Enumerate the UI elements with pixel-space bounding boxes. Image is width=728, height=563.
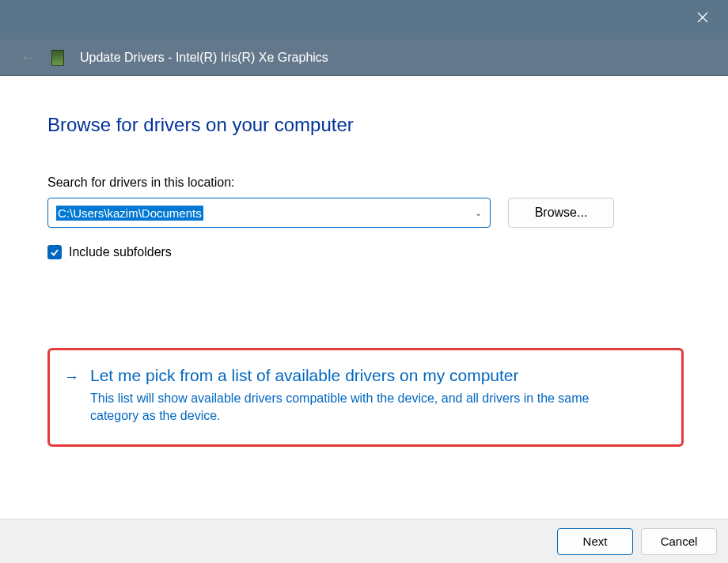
include-subfolders-checkbox[interactable] xyxy=(47,245,62,259)
close-button[interactable] xyxy=(693,8,712,27)
chevron-down-icon[interactable]: ⌄ xyxy=(475,208,482,218)
next-button[interactable]: Next xyxy=(557,528,633,555)
pick-from-list-option[interactable]: → Let me pick from a list of available d… xyxy=(47,348,684,447)
path-value: C:\Users\kazim\Documents xyxy=(56,206,203,221)
browse-button[interactable]: Browse... xyxy=(508,198,614,228)
dialog-footer: Next Cancel xyxy=(0,519,728,563)
search-location-label: Search for drivers in this location: xyxy=(47,176,681,190)
cancel-button[interactable]: Cancel xyxy=(641,528,717,555)
option-description: This list will show available drivers co… xyxy=(90,390,636,425)
search-row: C:\Users\kazim\Documents ⌄ Browse... xyxy=(47,198,681,228)
include-subfolders-label: Include subfolders xyxy=(69,245,172,259)
content-area: Browse for drivers on your computer Sear… xyxy=(0,76,728,519)
path-combobox[interactable]: C:\Users\kazim\Documents ⌄ xyxy=(47,198,491,228)
dialog-title: Update Drivers - Intel(R) Iris(R) Xe Gra… xyxy=(80,51,328,65)
device-icon xyxy=(51,50,64,66)
page-heading: Browse for drivers on your computer xyxy=(47,114,681,136)
option-title: Let me pick from a list of available dri… xyxy=(90,366,636,385)
arrow-right-icon: → xyxy=(64,368,79,386)
window-titlebar xyxy=(0,0,728,40)
include-subfolders-row: Include subfolders xyxy=(47,245,681,259)
dialog-header: ← Update Drivers - Intel(R) Iris(R) Xe G… xyxy=(0,40,728,76)
back-arrow-icon: ← xyxy=(20,48,36,66)
